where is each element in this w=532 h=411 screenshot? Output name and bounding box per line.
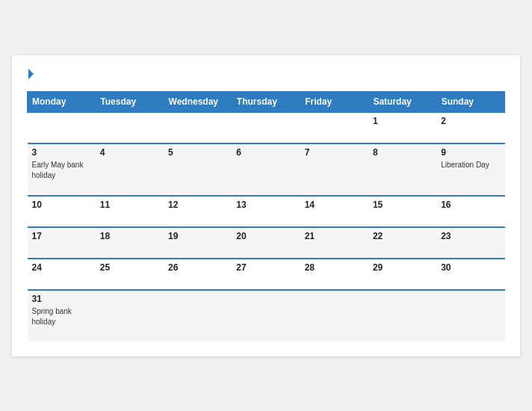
day-number: 22 bbox=[373, 231, 432, 241]
calendar-cell: 10 bbox=[28, 196, 96, 227]
calendar-cell: 18 bbox=[96, 227, 164, 259]
week-row-6: 31Spring bank holiday bbox=[28, 290, 505, 342]
calendar-cell: 5 bbox=[164, 143, 232, 196]
calendar-cell: 1 bbox=[368, 112, 436, 143]
day-number: 16 bbox=[441, 200, 500, 210]
day-number: 2 bbox=[441, 116, 500, 126]
calendar-cell: 27 bbox=[232, 259, 300, 290]
day-number: 9 bbox=[441, 147, 500, 158]
calendar-cell: 25 bbox=[96, 259, 164, 290]
day-number: 21 bbox=[305, 231, 364, 241]
calendar-cell bbox=[300, 112, 368, 143]
day-number: 7 bbox=[305, 147, 364, 158]
day-number: 3 bbox=[32, 147, 91, 158]
calendar-cell bbox=[96, 112, 164, 143]
calendar-cell bbox=[436, 290, 504, 342]
calendar-table: MondayTuesdayWednesdayThursdayFridaySatu… bbox=[27, 91, 505, 342]
calendar-header bbox=[27, 70, 505, 79]
day-number: 31 bbox=[32, 294, 91, 304]
day-number: 20 bbox=[236, 231, 295, 241]
calendar-cell: 17 bbox=[28, 227, 96, 259]
calendar-cell: 26 bbox=[164, 259, 232, 290]
logo bbox=[27, 70, 34, 79]
day-number: 1 bbox=[373, 116, 432, 126]
day-number: 26 bbox=[168, 262, 227, 273]
day-number: 23 bbox=[441, 231, 500, 241]
week-row-4: 17181920212223 bbox=[28, 227, 505, 259]
calendar-cell: 7 bbox=[300, 143, 368, 196]
calendar-cell bbox=[164, 290, 232, 342]
calendar-cell: 3Early May bank holiday bbox=[28, 143, 96, 196]
calendar-cell: 20 bbox=[232, 227, 300, 259]
calendar-cell bbox=[28, 112, 96, 143]
calendar-cell: 31Spring bank holiday bbox=[28, 290, 96, 342]
calendar-cell: 11 bbox=[96, 196, 164, 227]
weekday-header-friday: Friday bbox=[300, 91, 368, 112]
weekday-header-saturday: Saturday bbox=[368, 91, 436, 112]
day-number: 5 bbox=[168, 147, 227, 158]
weekday-header-monday: Monday bbox=[28, 91, 96, 112]
calendar-container: MondayTuesdayWednesdayThursdayFridaySatu… bbox=[12, 55, 520, 356]
day-number: 12 bbox=[168, 200, 227, 210]
calendar-cell: 16 bbox=[436, 196, 504, 227]
calendar-cell: 24 bbox=[28, 259, 96, 290]
calendar-cell: 23 bbox=[436, 227, 504, 259]
day-number: 28 bbox=[305, 262, 364, 273]
weekday-header-tuesday: Tuesday bbox=[96, 91, 164, 112]
day-number: 11 bbox=[100, 200, 159, 210]
calendar-cell: 8 bbox=[368, 143, 436, 196]
calendar-cell bbox=[300, 290, 368, 342]
calendar-cell: 14 bbox=[300, 196, 368, 227]
event-label: Liberation Day bbox=[441, 161, 489, 169]
day-number: 15 bbox=[373, 200, 432, 210]
calendar-cell bbox=[232, 112, 300, 143]
week-row-2: 3Early May bank holiday456789Liberation … bbox=[28, 143, 505, 196]
calendar-cell: 4 bbox=[96, 143, 164, 196]
calendar-cell: 9Liberation Day bbox=[436, 143, 504, 196]
calendar-cell: 29 bbox=[368, 259, 436, 290]
day-number: 24 bbox=[32, 262, 91, 273]
day-number: 30 bbox=[441, 262, 500, 273]
weekday-header-row: MondayTuesdayWednesdayThursdayFridaySatu… bbox=[28, 91, 505, 112]
week-row-5: 24252627282930 bbox=[28, 259, 505, 290]
day-number: 8 bbox=[373, 147, 432, 158]
calendar-cell: 28 bbox=[300, 259, 368, 290]
calendar-cell: 2 bbox=[436, 112, 504, 143]
day-number: 17 bbox=[32, 231, 91, 241]
logo-blue-text bbox=[27, 70, 34, 79]
calendar-cell bbox=[368, 290, 436, 342]
day-number: 10 bbox=[32, 200, 91, 210]
day-number: 13 bbox=[236, 200, 295, 210]
logo-triangle-icon bbox=[28, 69, 34, 79]
calendar-cell bbox=[96, 290, 164, 342]
week-row-1: 12 bbox=[28, 112, 505, 143]
day-number: 6 bbox=[236, 147, 295, 158]
event-label: Spring bank holiday bbox=[32, 307, 72, 326]
calendar-cell: 21 bbox=[300, 227, 368, 259]
calendar-cell: 13 bbox=[232, 196, 300, 227]
calendar-cell: 6 bbox=[232, 143, 300, 196]
day-number: 14 bbox=[305, 200, 364, 210]
day-number: 29 bbox=[373, 262, 432, 273]
weekday-header-thursday: Thursday bbox=[232, 91, 300, 112]
day-number: 4 bbox=[100, 147, 159, 158]
week-row-3: 10111213141516 bbox=[28, 196, 505, 227]
day-number: 19 bbox=[168, 231, 227, 241]
day-number: 18 bbox=[100, 231, 159, 241]
day-number: 27 bbox=[236, 262, 295, 273]
calendar-cell bbox=[164, 112, 232, 143]
calendar-cell: 12 bbox=[164, 196, 232, 227]
weekday-header-sunday: Sunday bbox=[436, 91, 504, 112]
calendar-cell bbox=[232, 290, 300, 342]
calendar-cell: 19 bbox=[164, 227, 232, 259]
event-label: Early May bank holiday bbox=[32, 161, 84, 179]
day-number: 25 bbox=[100, 262, 159, 273]
calendar-cell: 15 bbox=[368, 196, 436, 227]
calendar-cell: 30 bbox=[436, 259, 504, 290]
calendar-cell: 22 bbox=[368, 227, 436, 259]
weekday-header-wednesday: Wednesday bbox=[164, 91, 232, 112]
